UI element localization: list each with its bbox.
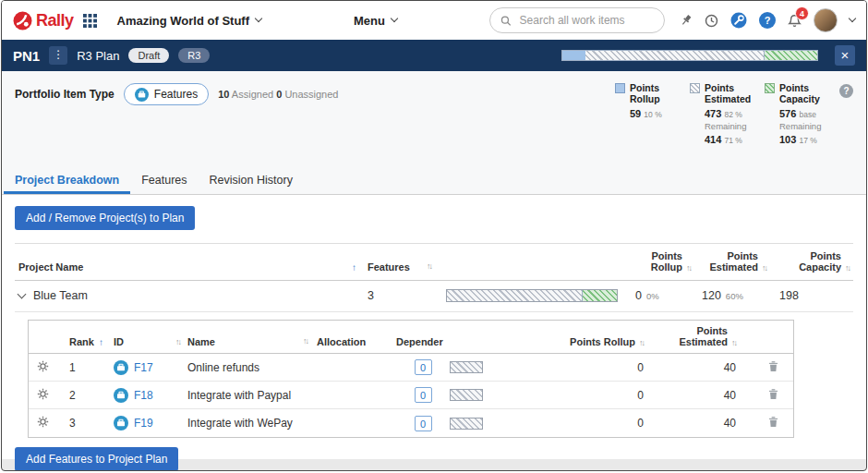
project-features-count: 3	[368, 289, 374, 302]
notifications-bell-icon[interactable]: 4	[788, 14, 802, 28]
portfolio-item-type-selector[interactable]: Features	[124, 83, 209, 105]
tab-revision-history[interactable]: Revision History	[199, 169, 304, 194]
assigned-label: Assigned	[232, 89, 273, 100]
feature-id-link[interactable]: F17	[134, 361, 153, 374]
delete-feature-icon[interactable]	[753, 416, 793, 431]
project-table-header: Project Name ↑ Features ↑↓ Points Rollup…	[15, 244, 853, 281]
user-avatar[interactable]	[814, 8, 838, 32]
sort-ascending-icon[interactable]: ↑	[352, 262, 356, 273]
feature-rank: 1	[69, 361, 76, 374]
pin-icon[interactable]	[680, 14, 693, 27]
feature-points-rollup: 0	[637, 361, 644, 374]
top-navigation-bar: Rally Amazing World of Stuff Menu	[2, 1, 866, 40]
unassigned-count: 0	[276, 89, 282, 100]
capacity-unit: base	[799, 110, 815, 119]
history-clock-icon[interactable]	[705, 14, 718, 28]
rollup-value: 59	[630, 108, 641, 119]
feature-name[interactable]: Online refunds	[187, 361, 259, 374]
feature-points-rollup: 0	[637, 417, 644, 430]
rally-logo-icon	[13, 11, 32, 30]
project-points-estimated: 120	[702, 289, 721, 302]
feature-type-icon	[114, 360, 128, 375]
plan-title: R3 Plan	[77, 49, 119, 63]
features-header[interactable]: Features ↑↓	[368, 261, 446, 273]
project-name[interactable]: Blue Team	[33, 289, 88, 302]
dependencies-header[interactable]: Depender	[396, 336, 450, 347]
close-plan-button[interactable]: ×	[835, 45, 855, 66]
sort-toggle-icon[interactable]: ↑↓	[845, 263, 850, 273]
chevron-down-icon	[391, 15, 398, 22]
rank-header[interactable]: Rank ↑	[56, 336, 108, 347]
feature-type-icon	[114, 388, 128, 403]
add-remove-projects-button[interactable]: Add / Remove Project(s) to Plan	[15, 206, 195, 230]
collapse-row-chevron-icon[interactable]	[18, 289, 27, 298]
feature-row: 1 F17 Online refunds 0 0 40	[29, 354, 793, 382]
search-input[interactable]	[518, 13, 654, 28]
capacity-swatch-icon	[765, 83, 775, 93]
sort-toggle-icon[interactable]: ↑↓	[686, 263, 691, 273]
portfolio-item-type-value: Features	[154, 88, 198, 101]
delete-feature-icon[interactable]	[753, 360, 793, 375]
estimated-swatch-icon	[690, 83, 700, 93]
row-settings-gear-icon[interactable]	[29, 416, 56, 431]
feature-points-rollup: 0	[637, 389, 644, 402]
help-icon[interactable]: ?	[759, 12, 776, 29]
sort-ascending-icon[interactable]: ↑	[99, 337, 103, 347]
sort-toggle-icon[interactable]: ↑↓	[427, 261, 431, 273]
dependencies-count[interactable]: 0	[415, 359, 432, 375]
plan-progress-bar	[561, 50, 818, 61]
feature-rank: 3	[69, 417, 76, 430]
sort-toggle-icon[interactable]: ↑↓	[175, 337, 180, 346]
app-switcher-icon[interactable]	[83, 14, 97, 28]
delete-feature-icon[interactable]	[753, 388, 793, 403]
capacity-remaining-label: Remaining	[779, 121, 826, 131]
feature-id-link[interactable]: F19	[134, 417, 153, 430]
dependencies-count[interactable]: 0	[415, 387, 432, 403]
name-header[interactable]: Name ↑↓	[187, 336, 317, 347]
search-box[interactable]	[489, 7, 665, 33]
feature-points-estimated: 40	[724, 417, 736, 430]
plan-header-bar: PN1 ⋮ R3 Plan Draft R3 ×	[2, 40, 866, 71]
feature-name[interactable]: Integrate with WePay	[187, 417, 293, 430]
wrench-settings-icon[interactable]	[730, 12, 747, 29]
workspace-selector[interactable]: Amazing World of Stuff	[117, 14, 261, 28]
feature-progress-bar	[450, 389, 483, 401]
tab-project-breakdown[interactable]: Project Breakdown	[4, 169, 130, 194]
points-estimated-header[interactable]: Points Estimated ↑↓	[657, 325, 753, 347]
capacity-remaining-value: 103	[779, 134, 796, 145]
capacity-label: Points Capacity	[779, 82, 826, 105]
feature-name[interactable]: Integrate with Paypal	[187, 389, 291, 402]
tab-features[interactable]: Features	[130, 169, 198, 194]
sort-toggle-icon[interactable]: ↑↓	[762, 263, 766, 273]
row-settings-gear-icon[interactable]	[29, 388, 56, 403]
user-menu-chevron-icon[interactable]	[849, 15, 856, 22]
legend-points-rollup: Points Rollup 59 10 %	[615, 82, 676, 119]
feature-progress-bar	[450, 361, 483, 373]
sort-toggle-icon[interactable]: ↑↓	[639, 338, 644, 347]
points-rollup-header[interactable]: Points Rollup ↑↓	[619, 250, 694, 273]
sort-toggle-icon[interactable]: ↑↓	[731, 338, 736, 347]
points-capacity-header[interactable]: Points Capacity ↑↓	[770, 250, 853, 273]
id-header[interactable]: ID ↑↓	[108, 336, 187, 347]
legend-help-icon[interactable]: ?	[839, 84, 853, 98]
feature-id-link[interactable]: F18	[134, 389, 153, 402]
dependencies-count[interactable]: 0	[415, 416, 432, 431]
project-name-header[interactable]: Project Name ↑	[15, 261, 368, 273]
feature-table-header: Rank ↑ ID ↑↓ Name ↑↓ Allocation Depender	[29, 321, 793, 354]
row-settings-gear-icon[interactable]	[29, 360, 56, 375]
add-features-button[interactable]: Add Features to Project Plan	[15, 447, 178, 471]
points-rollup-header[interactable]: Points Rollup ↑↓	[518, 336, 657, 347]
plan-actions-kebab-icon[interactable]: ⋮	[49, 46, 67, 65]
allocation-header[interactable]: Allocation	[317, 336, 396, 347]
menu-dropdown[interactable]: Menu	[354, 14, 397, 28]
rally-logo-text: Rally	[36, 11, 74, 30]
rally-logo[interactable]: Rally	[13, 11, 74, 30]
plan-state-badge: Draft	[128, 48, 169, 63]
portfolio-item-type-group: Portfolio Item Type Features 10 Assigned…	[15, 82, 338, 106]
unassigned-label: Unassigned	[284, 89, 338, 100]
search-icon	[500, 15, 512, 27]
capacity-value: 576	[779, 108, 796, 119]
sort-toggle-icon[interactable]: ↑↓	[303, 336, 307, 347]
points-estimated-header[interactable]: Points Estimated ↑↓	[694, 250, 770, 273]
feature-type-icon	[114, 416, 128, 431]
